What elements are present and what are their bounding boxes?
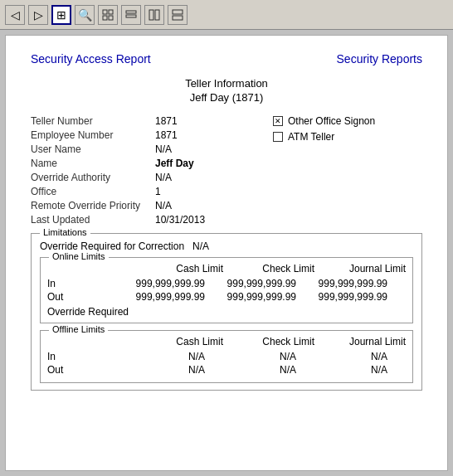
online-out-journal: 999,999,999.99	[296, 291, 387, 303]
offline-limits-legend: Offline Limits	[49, 324, 108, 334]
online-in-cash: 999,999,999.99	[114, 278, 205, 289]
atm-teller-row: ATM Teller	[273, 131, 422, 143]
online-limits-box: Online Limits Cash Limit Check Limit Jou…	[40, 257, 413, 323]
report-container: Security Access Report Security Reports …	[5, 35, 448, 471]
svg-rect-2	[103, 16, 107, 20]
offline-in-label: In	[47, 351, 114, 362]
report-left-title: Security Access Report	[31, 52, 151, 66]
last-updated-label: Last Updated	[31, 214, 155, 226]
override-authority-label: Override Authority	[31, 172, 155, 183]
toolbar: ◁ ▷ ⊞ 🔍	[0, 0, 453, 30]
offline-in-cash: N/A	[114, 351, 205, 362]
offline-limits-header: Cash Limit Check Limit Journal Limit	[47, 336, 406, 347]
layout2-button[interactable]	[121, 5, 141, 25]
layout1-button[interactable]	[98, 5, 118, 25]
back-button[interactable]: ◁	[5, 5, 25, 25]
offline-out-cash: N/A	[114, 364, 205, 376]
svg-rect-5	[126, 15, 136, 17]
zoom-button[interactable]: 🔍	[75, 5, 95, 25]
field-name: Name Jeff Day	[31, 158, 273, 169]
svg-rect-1	[109, 10, 113, 14]
office-value: 1	[155, 186, 161, 197]
user-name-value: N/A	[155, 143, 172, 155]
employee-number-value: 1871	[155, 129, 178, 141]
online-limits-header: Cash Limit Check Limit Journal Limit	[47, 263, 406, 274]
online-out-label: Out	[47, 291, 114, 303]
other-office-signon-checkbox	[273, 116, 283, 126]
teller-number-label: Teller Number	[31, 115, 155, 127]
online-in-check: 999,999,999.99	[205, 278, 296, 289]
online-check-limit-header: Check Limit	[223, 263, 314, 274]
online-override-required-row: Override Required	[47, 306, 406, 318]
online-in-label: In	[47, 278, 114, 289]
online-override-required-label: Override Required	[47, 306, 129, 318]
override-correction-label: Override Required for Correction N/A	[40, 240, 209, 252]
svg-rect-0	[103, 10, 107, 14]
user-name-label: User Name	[31, 143, 155, 155]
svg-rect-9	[173, 16, 183, 20]
svg-rect-4	[126, 11, 136, 13]
field-teller-number: Teller Number 1871	[31, 115, 273, 127]
limitations-legend: Limitations	[40, 227, 90, 237]
layout4-button[interactable]	[168, 5, 188, 25]
field-override-authority: Override Authority N/A	[31, 172, 273, 183]
svg-rect-6	[149, 10, 153, 20]
offline-cash-limit-header: Cash Limit	[132, 336, 223, 347]
svg-rect-7	[155, 10, 159, 20]
offline-check-limit-header: Check Limit	[223, 336, 314, 347]
limitations-box: Limitations Override Required for Correc…	[31, 233, 422, 391]
office-label: Office	[31, 186, 155, 197]
offline-in-check: N/A	[205, 351, 296, 362]
online-in-row: In 999,999,999.99 999,999,999.99 999,999…	[47, 278, 406, 289]
field-remote-override: Remote Override Priority N/A	[31, 200, 273, 211]
offline-out-label: Out	[47, 364, 114, 376]
teller-info: Teller Information Jeff Day (1871)	[31, 77, 422, 104]
offline-in-journal: N/A	[296, 351, 387, 362]
offline-limits-box: Offline Limits Cash Limit Check Limit Jo…	[40, 330, 413, 383]
override-authority-value: N/A	[155, 172, 172, 183]
teller-info-title: Teller Information	[31, 77, 422, 90]
online-journal-limit-header: Journal Limit	[314, 263, 406, 274]
online-out-cash: 999,999,999.99	[114, 291, 205, 303]
online-in-journal: 999,999,999.99	[296, 278, 387, 289]
layout3-button[interactable]	[144, 5, 164, 25]
online-out-row: Out 999,999,999.99 999,999,999.99 999,99…	[47, 291, 406, 303]
view-button[interactable]: ⊞	[51, 5, 71, 25]
offline-in-row: In N/A N/A N/A	[47, 351, 406, 362]
offline-out-check: N/A	[205, 364, 296, 376]
offline-journal-limit-header: Journal Limit	[314, 336, 406, 347]
override-required-for-correction-row: Override Required for Correction N/A	[40, 240, 413, 252]
online-limits-legend: Online Limits	[49, 251, 109, 261]
remote-override-value: N/A	[155, 200, 172, 211]
offline-out-row: Out N/A N/A N/A	[47, 364, 406, 376]
svg-rect-3	[109, 16, 113, 20]
report-header: Security Access Report Security Reports	[31, 52, 422, 66]
forward-button[interactable]: ▷	[28, 5, 48, 25]
field-office: Office 1	[31, 186, 273, 197]
atm-teller-checkbox	[273, 132, 283, 142]
last-updated-value: 10/31/2013	[155, 214, 205, 226]
name-value: Jeff Day	[155, 158, 194, 169]
fields-section: Teller Number 1871 Employee Number 1871 …	[31, 115, 422, 228]
online-out-check: 999,999,999.99	[205, 291, 296, 303]
employee-number-label: Employee Number	[31, 129, 155, 141]
field-employee-number: Employee Number 1871	[31, 129, 273, 141]
fields-right: Other Office Signon ATM Teller	[273, 115, 422, 228]
atm-teller-label: ATM Teller	[288, 131, 334, 143]
report-right-title: Security Reports	[337, 52, 422, 66]
svg-rect-8	[173, 10, 183, 14]
field-last-updated: Last Updated 10/31/2013	[31, 214, 273, 226]
fields-left: Teller Number 1871 Employee Number 1871 …	[31, 115, 273, 228]
offline-out-journal: N/A	[296, 364, 387, 376]
teller-info-name: Jeff Day (1871)	[31, 91, 422, 104]
other-office-signon-row: Other Office Signon	[273, 115, 422, 127]
online-cash-limit-header: Cash Limit	[132, 263, 223, 274]
remote-override-label: Remote Override Priority	[31, 200, 155, 211]
field-user-name: User Name N/A	[31, 143, 273, 155]
other-office-signon-label: Other Office Signon	[288, 115, 375, 127]
teller-number-value: 1871	[155, 115, 178, 127]
name-label: Name	[31, 158, 155, 169]
